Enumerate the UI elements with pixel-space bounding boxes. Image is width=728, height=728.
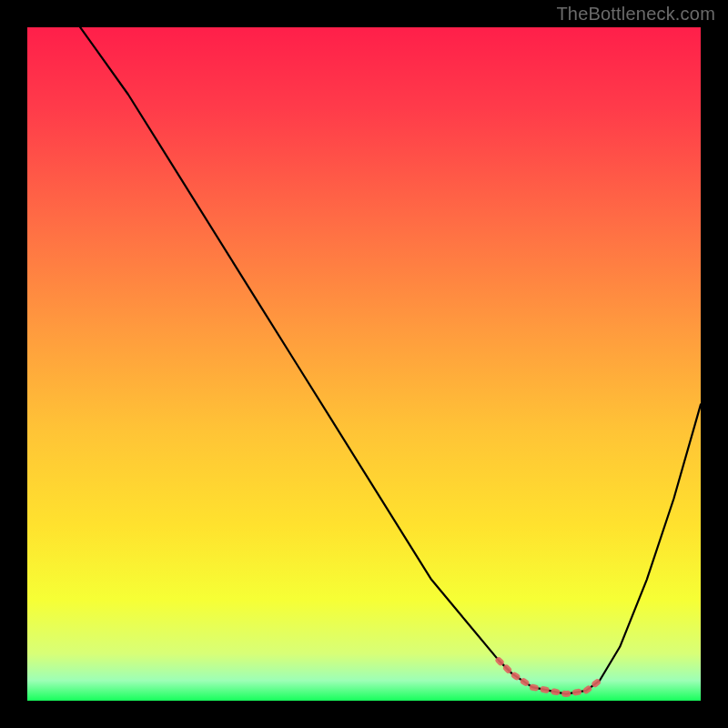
watermark-text: TheBottleneck.com <box>556 4 715 25</box>
optimal-highlight <box>499 661 600 694</box>
plot-area <box>27 27 701 701</box>
bottleneck-curve <box>27 27 701 701</box>
curve-path <box>27 27 701 694</box>
chart-container: TheBottleneck.com <box>0 0 728 728</box>
